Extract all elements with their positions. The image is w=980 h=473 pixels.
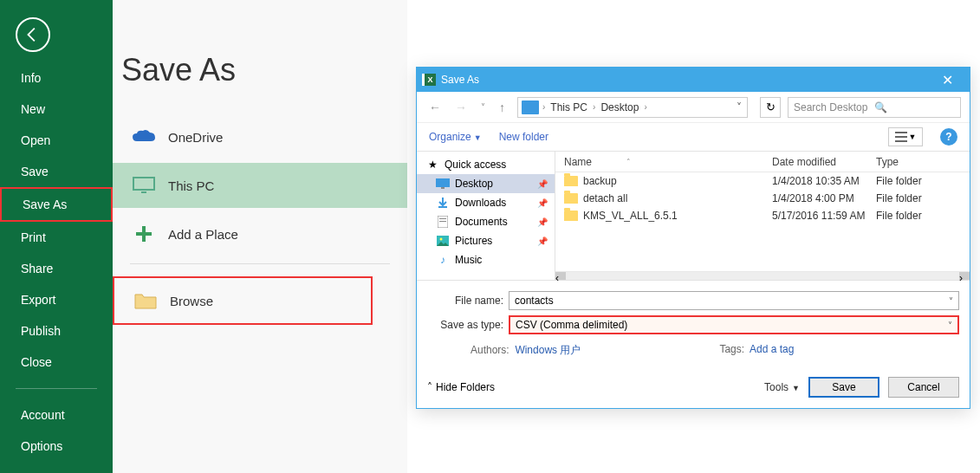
excel-backstage: Info New Open Save Save As Print Share E… — [0, 0, 407, 473]
help-button[interactable]: ? — [940, 128, 957, 146]
sidebar-item-account[interactable]: Account — [0, 399, 113, 431]
folder-icon — [132, 288, 159, 313]
location-label: Add a Place — [168, 227, 238, 242]
filename-input[interactable]: contacts ˅ — [509, 291, 959, 310]
dialog-nav: ← → ˅ ↑ › This PC › Desktop › ˅ ↻ Search… — [417, 92, 970, 123]
sidebar-item-export[interactable]: Export — [0, 284, 113, 315]
pc-icon — [522, 100, 539, 114]
refresh-button[interactable]: ↻ — [760, 97, 781, 118]
crumb-sep: › — [644, 102, 646, 112]
pictures-icon — [436, 235, 450, 247]
tree-desktop[interactable]: Desktop 📌 — [417, 174, 555, 193]
tree-music[interactable]: ♪ Music — [417, 250, 555, 269]
tree-quick-access[interactable]: ★ Quick access — [417, 155, 555, 174]
new-folder-button[interactable]: New folder — [499, 131, 548, 143]
svg-point-13 — [440, 238, 443, 241]
dialog-body: ★ Quick access Desktop 📌 Downloads 📌 Doc… — [417, 151, 970, 281]
folder-icon — [564, 176, 578, 186]
cancel-button[interactable]: Cancel — [888, 377, 959, 398]
filetype-value: CSV (Comma delimited) — [516, 319, 627, 331]
save-as-dialog: X Save As ✕ ← → ˅ ↑ › This PC › Desktop … — [416, 67, 970, 409]
file-type: File folder — [876, 175, 970, 187]
tree-label: Pictures — [455, 235, 492, 247]
folder-icon — [564, 211, 578, 221]
documents-icon — [436, 216, 450, 228]
pin-icon: 📌 — [537, 236, 548, 246]
tools-menu[interactable]: Tools▼ — [764, 381, 800, 393]
dialog-title: Save As — [441, 74, 479, 86]
sidebar-item-save[interactable]: Save — [0, 156, 113, 187]
chevron-up-icon: ˄ — [427, 381, 432, 393]
downloads-icon — [436, 197, 450, 209]
filetype-select[interactable]: CSV (Comma delimited) ˅ — [509, 315, 959, 334]
sidebar-item-options[interactable]: Options — [0, 431, 113, 462]
dropdown-icon[interactable]: ˅ — [948, 321, 952, 330]
hide-folders-button[interactable]: ˄ Hide Folders — [427, 381, 495, 393]
file-row[interactable]: KMS_VL_ALL_6.5.1 5/17/2016 11:59 AM File… — [555, 207, 970, 224]
crumb-this-pc[interactable]: This PC — [545, 101, 593, 113]
tree-downloads[interactable]: Downloads 📌 — [417, 193, 555, 212]
scroll-right-button[interactable]: › — [959, 272, 970, 280]
dialog-titlebar[interactable]: X Save As ✕ — [417, 68, 970, 92]
file-name: detach all — [583, 192, 627, 204]
location-browse[interactable]: Browse — [113, 276, 373, 325]
location-this-pc[interactable]: This PC — [113, 163, 407, 208]
tree-documents[interactable]: Documents 📌 — [417, 212, 555, 231]
svg-rect-0 — [133, 178, 154, 190]
location-add-place[interactable]: Add a Place — [113, 211, 407, 256]
file-type: File folder — [876, 210, 970, 222]
col-type-header[interactable]: Type — [876, 156, 970, 168]
col-date-header[interactable]: Date modified — [772, 156, 876, 168]
monitor-icon — [130, 173, 158, 198]
star-icon: ★ — [425, 159, 439, 171]
scroll-track[interactable] — [566, 272, 959, 280]
tree-label: Desktop — [455, 178, 493, 190]
svg-rect-3 — [136, 232, 152, 236]
sidebar-item-save-as[interactable]: Save As — [0, 187, 113, 222]
address-bar[interactable]: › This PC › Desktop › ˅ — [517, 97, 748, 118]
file-row[interactable]: backup 1/4/2018 10:35 AM File folder — [555, 172, 970, 190]
svg-rect-6 — [895, 140, 907, 142]
sidebar-divider — [16, 388, 97, 389]
dialog-footer: ˄ Hide Folders Tools▼ Save Cancel — [417, 372, 970, 408]
scroll-left-button[interactable]: ‹ — [555, 272, 566, 280]
tags-value[interactable]: Add a tag — [750, 343, 794, 355]
horizontal-scrollbar[interactable]: ‹ › — [555, 271, 970, 280]
sidebar-item-publish[interactable]: Publish — [0, 315, 113, 347]
sidebar-item-new[interactable]: New — [0, 94, 113, 125]
sidebar-item-open[interactable]: Open — [0, 125, 113, 156]
address-dropdown[interactable]: ˅ — [731, 101, 747, 113]
nav-back-button[interactable]: ← — [425, 99, 445, 116]
arrow-left-icon — [23, 25, 42, 44]
location-label: This PC — [168, 178, 214, 193]
search-icon: 🔍 — [874, 101, 955, 113]
nav-up-button[interactable]: ↑ — [496, 99, 509, 116]
filetype-label: Save as type: — [427, 319, 509, 331]
sidebar-item-close[interactable]: Close — [0, 347, 113, 378]
folder-icon — [564, 193, 578, 204]
svg-rect-4 — [895, 132, 907, 133]
search-input[interactable]: Search Desktop 🔍 — [788, 97, 961, 118]
organize-menu[interactable]: Organize▼ — [429, 131, 482, 143]
nav-forward-button[interactable]: → — [451, 99, 471, 116]
authors-value[interactable]: Windows 用户 — [515, 344, 581, 356]
crumb-desktop[interactable]: Desktop — [595, 101, 644, 113]
dropdown-icon[interactable]: ˅ — [949, 296, 953, 306]
plus-icon — [130, 222, 158, 246]
sidebar-item-info[interactable]: Info — [0, 62, 113, 94]
nav-recent-button[interactable]: ˅ — [477, 100, 489, 113]
view-options-button[interactable]: ▼ — [888, 127, 923, 146]
col-name-header[interactable]: Name˄ — [555, 156, 772, 168]
file-row[interactable]: detach all 1/4/2018 4:00 PM File folder — [555, 190, 970, 207]
back-button[interactable] — [16, 17, 50, 52]
dialog-fields: File name: contacts ˅ Save as type: CSV … — [417, 281, 970, 372]
sidebar-item-print[interactable]: Print — [0, 222, 113, 253]
svg-rect-11 — [439, 221, 446, 222]
file-name: backup — [583, 175, 617, 187]
sidebar-item-share[interactable]: Share — [0, 253, 113, 284]
close-button[interactable]: ✕ — [930, 72, 964, 88]
location-onedrive[interactable]: OneDrive — [113, 114, 407, 159]
backstage-main: Save As OneDrive This PC Add a Place Bro… — [113, 0, 407, 473]
save-button[interactable]: Save — [808, 377, 879, 398]
tree-pictures[interactable]: Pictures 📌 — [417, 231, 555, 250]
